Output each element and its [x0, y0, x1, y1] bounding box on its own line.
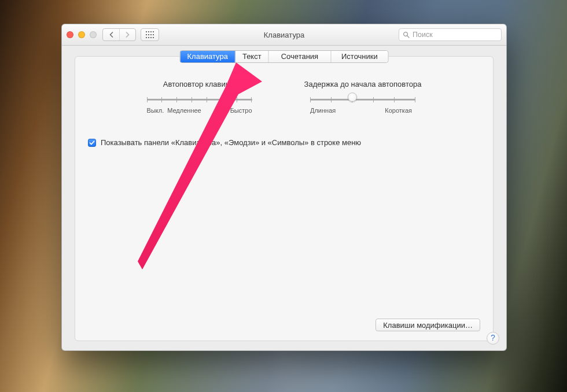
slider-ticks [147, 97, 252, 102]
tab-input-sources[interactable]: Источники ввода [330, 51, 388, 62]
sliders-row: Автоповтор клавиши Выкл. Медленнее Быстр… [88, 80, 480, 117]
delay-slider[interactable]: Длинная Короткая [310, 95, 415, 114]
preferences-window: Клавиатура Поиск Клавиатура Текст Сочета… [61, 24, 507, 351]
svg-rect-0 [146, 31, 147, 32]
menubar-viewer-label: Показывать панели «Клавиатура», «Эмодзи»… [101, 138, 361, 147]
back-button[interactable] [103, 29, 119, 40]
svg-rect-5 [148, 34, 149, 35]
checkmark-icon [89, 140, 95, 146]
slider-captions: Длинная Короткая [310, 107, 415, 114]
caption-slow: Медленнее [167, 107, 201, 114]
search-placeholder: Поиск [413, 31, 433, 39]
tab-bar: Клавиатура Текст Сочетания клавиш Источн… [180, 50, 389, 63]
svg-rect-6 [150, 34, 152, 35]
delay-title: Задержка до начала автоповтора [304, 80, 422, 88]
delay-block: Задержка до начала автоповтора Длинная К… [304, 80, 422, 117]
svg-rect-3 [153, 31, 154, 32]
svg-rect-7 [153, 34, 154, 35]
slider-ticks [310, 97, 415, 102]
forward-button [119, 29, 135, 40]
svg-rect-2 [150, 31, 152, 32]
tab-keyboard[interactable]: Клавиатура [181, 51, 235, 62]
window-content: Клавиатура Текст Сочетания клавиш Источн… [62, 46, 506, 350]
chevron-right-icon [125, 32, 130, 38]
svg-rect-1 [148, 31, 149, 32]
nav-back-forward [102, 28, 136, 41]
caption-fast: Быстро [230, 107, 252, 114]
key-repeat-title: Автоповтор клавиши [147, 80, 252, 88]
close-window-button[interactable] [67, 31, 73, 38]
svg-rect-11 [153, 37, 154, 38]
settings-panel: Клавиатура Текст Сочетания клавиш Источн… [75, 56, 494, 341]
svg-rect-10 [150, 37, 152, 38]
svg-rect-9 [148, 37, 149, 38]
caption-off: Выкл. [147, 107, 164, 114]
slider-knob[interactable] [348, 93, 357, 102]
help-button[interactable]: ? [487, 332, 499, 345]
chevron-left-icon [109, 32, 114, 38]
menubar-viewer-checkbox-row: Показывать панели «Клавиатура», «Эмодзи»… [88, 138, 480, 147]
zoom-window-button [90, 31, 97, 38]
key-repeat-block: Автоповтор клавиши Выкл. Медленнее Быстр… [147, 80, 252, 117]
tab-text[interactable]: Текст [235, 51, 268, 62]
show-all-button[interactable] [141, 28, 159, 41]
menubar-viewer-checkbox[interactable] [88, 139, 96, 147]
svg-line-13 [407, 36, 409, 38]
minimize-window-button[interactable] [78, 31, 85, 38]
svg-rect-8 [146, 37, 147, 38]
search-field[interactable]: Поиск [399, 28, 502, 41]
search-icon [403, 31, 410, 38]
tab-shortcuts[interactable]: Сочетания клавиш [268, 51, 331, 62]
slider-knob[interactable] [226, 93, 235, 102]
titlebar: Клавиатура Поиск [62, 24, 506, 46]
key-repeat-slider[interactable]: Выкл. Медленнее Быстро [147, 95, 252, 114]
window-controls [67, 31, 97, 38]
svg-rect-4 [146, 34, 147, 35]
grid-icon [146, 31, 154, 38]
slider-captions: Выкл. Медленнее Быстро [147, 107, 252, 114]
caption-long: Длинная [310, 107, 336, 114]
caption-short: Короткая [385, 107, 412, 114]
modifier-keys-button[interactable]: Клавиши модификации… [375, 319, 480, 331]
